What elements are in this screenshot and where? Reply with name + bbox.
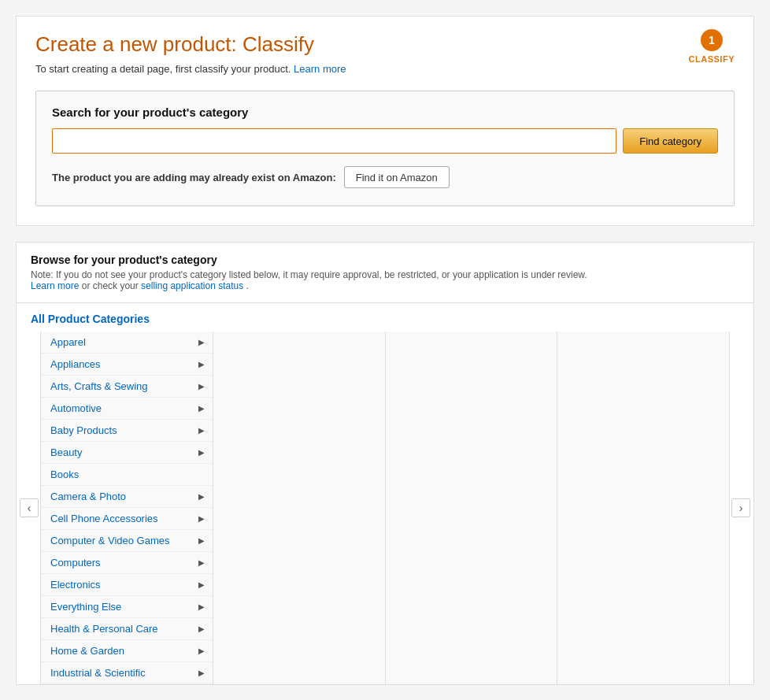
selling-status-link[interactable]: selling application status	[141, 280, 243, 291]
category-arrow-icon: ▶	[198, 360, 205, 369]
category-arrow-icon: ▶	[198, 426, 205, 435]
page-title: Create a new product: Classify	[35, 32, 735, 57]
category-columns: Apparel▶Appliances▶Arts, Crafts & Sewing…	[40, 331, 730, 684]
category-arrow-icon: ▶	[198, 558, 205, 567]
category-arrow-icon: ▶	[198, 602, 205, 611]
category-item[interactable]: Cell Phone Accessories▶	[41, 508, 213, 530]
page-subtitle: To start creating a detail page, first c…	[35, 63, 735, 75]
category-item[interactable]: Automotive▶	[41, 398, 213, 420]
category-item[interactable]: Industrial & Scientific▶	[41, 662, 213, 684]
browse-note: Note: If you do not see your product's c…	[31, 269, 739, 291]
search-box: Search for your product's category Find …	[35, 91, 735, 206]
category-item[interactable]: Home & Garden▶	[41, 640, 213, 662]
category-arrow-icon: ▶	[198, 338, 205, 346]
category-column-4	[557, 331, 730, 684]
category-column-1: Apparel▶Appliances▶Arts, Crafts & Sewing…	[41, 331, 213, 684]
category-item[interactable]: Health & Personal Care▶	[41, 618, 213, 640]
category-arrow-icon: ▶	[198, 514, 205, 523]
learn-more-link-top[interactable]: Learn more	[294, 63, 346, 75]
step-circle: 1	[701, 29, 723, 51]
category-arrow-icon: ▶	[198, 580, 205, 589]
browse-note-period: .	[246, 280, 249, 291]
categories-header: All Product Categories	[17, 303, 753, 331]
category-label: Everything Else	[50, 601, 121, 613]
step-indicator: 1 CLASSIFY	[689, 29, 735, 64]
category-column-3	[386, 331, 558, 684]
top-section: 1 CLASSIFY Create a new product: Classif…	[16, 16, 754, 226]
category-label: Home & Garden	[50, 645, 124, 657]
search-box-title: Search for your product's category	[52, 106, 718, 119]
browse-note-or: or check your	[82, 280, 141, 291]
category-arrow-icon: ▶	[198, 382, 205, 391]
category-label: Beauty	[50, 446, 82, 458]
category-label: Electronics	[50, 579, 101, 591]
nav-right-arrow[interactable]: ›	[731, 498, 750, 517]
search-input[interactable]	[52, 128, 616, 154]
category-item[interactable]: Arts, Crafts & Sewing▶	[41, 376, 213, 398]
amazon-check-row: The product you are adding may already e…	[52, 166, 718, 188]
amazon-check-label: The product you are adding may already e…	[52, 172, 336, 183]
category-arrow-icon: ▶	[198, 536, 205, 545]
learn-more-link-browse[interactable]: Learn more	[31, 280, 79, 291]
category-item[interactable]: Everything Else▶	[41, 596, 213, 618]
find-on-amazon-button[interactable]: Find it on Amazon	[344, 166, 450, 188]
category-item[interactable]: Electronics▶	[41, 574, 213, 596]
category-item[interactable]: Appliances▶	[41, 354, 213, 376]
category-item[interactable]: Computer & Video Games▶	[41, 530, 213, 552]
step-label: CLASSIFY	[689, 54, 735, 64]
category-label: Cell Phone Accessories	[50, 513, 158, 524]
browse-note-text: Note: If you do not see your product's c…	[31, 269, 587, 280]
category-item[interactable]: Books	[41, 464, 213, 486]
category-arrow-icon: ▶	[198, 492, 205, 501]
category-arrow-icon: ▶	[198, 404, 205, 413]
category-label: Computer & Video Games	[50, 535, 170, 546]
category-item[interactable]: Baby Products▶	[41, 420, 213, 442]
category-label: Health & Personal Care	[50, 623, 158, 635]
category-label: Books	[50, 469, 79, 480]
category-label: Automotive	[50, 402, 102, 414]
browse-section: Browse for your product's category Note:…	[16, 242, 754, 685]
nav-left-arrow[interactable]: ‹	[20, 498, 39, 517]
category-arrow-icon: ▶	[198, 624, 205, 633]
browse-title: Browse for your product's category	[31, 254, 739, 266]
subtitle-text: To start creating a detail page, first c…	[35, 63, 291, 75]
find-category-button[interactable]: Find category	[623, 128, 718, 154]
category-label: Arts, Crafts & Sewing	[50, 380, 148, 392]
category-label: Appliances	[50, 358, 101, 370]
browse-header: Browse for your product's category Note:…	[17, 243, 753, 303]
page-wrapper: 1 CLASSIFY Create a new product: Classif…	[16, 16, 754, 685]
category-browser-wrapper: ‹ Apparel▶Appliances▶Arts, Crafts & Sewi…	[17, 331, 753, 684]
category-label: Computers	[50, 557, 101, 569]
category-item[interactable]: Computers▶	[41, 552, 213, 574]
category-item[interactable]: Camera & Photo▶	[41, 486, 213, 508]
category-label: Apparel	[50, 336, 86, 348]
category-item[interactable]: Apparel▶	[41, 331, 213, 354]
category-label: Industrial & Scientific	[50, 667, 146, 679]
category-column-2	[213, 331, 386, 684]
category-arrow-icon: ▶	[198, 646, 205, 655]
category-label: Baby Products	[50, 424, 117, 436]
category-arrow-icon: ▶	[198, 448, 205, 457]
category-arrow-icon: ▶	[198, 669, 205, 677]
category-item[interactable]: Beauty▶	[41, 442, 213, 464]
category-label: Camera & Photo	[50, 491, 126, 502]
search-row: Find category	[52, 128, 718, 154]
